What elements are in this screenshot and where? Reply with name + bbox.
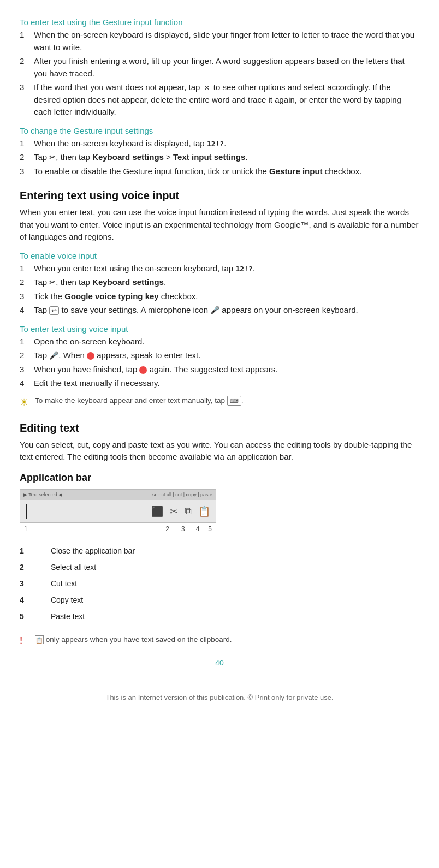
editing-description: You can select, cut, copy and paste text… xyxy=(20,439,419,463)
page-number: 40 xyxy=(20,658,419,667)
section-heading-editing: Editing text xyxy=(20,422,419,435)
list-item: 3When you have finished, tap again. The … xyxy=(20,364,419,376)
list-item: 1When the on-screen keyboard is displaye… xyxy=(20,29,419,53)
row-label: Select all text xyxy=(51,559,227,575)
app-bar-image: ▶ Text selected ◀ select all | cut | cop… xyxy=(20,489,216,523)
row-num: 2 xyxy=(20,559,51,575)
num-label-5: 5 xyxy=(208,525,212,533)
num-label-3: 3 xyxy=(181,525,185,533)
page-content: To enter text using the Gesture input fu… xyxy=(20,17,419,701)
subheading-gesture-function: To enter text using the Gesture input fu… xyxy=(20,17,419,27)
table-row: 3 Cut text xyxy=(20,575,227,592)
enable-voice-list: 1When you enter text using the on-screen… xyxy=(20,263,419,317)
list-item: 1When you enter text using the on-screen… xyxy=(20,263,419,275)
table-row: 1 Close the application bar xyxy=(20,543,227,559)
row-num: 3 xyxy=(20,575,51,592)
tip-text: To make the keyboard appear and enter te… xyxy=(35,395,243,406)
row-num: 5 xyxy=(20,608,51,625)
app-bar-top-row: ▶ Text selected ◀ select all | cut | cop… xyxy=(20,490,216,500)
num-label-1: 1 xyxy=(24,525,28,533)
row-num: 4 xyxy=(20,592,51,608)
paste-icon: 📋 xyxy=(198,506,210,518)
tip-icon: ☀ xyxy=(20,395,31,410)
bar-icons: ⬛ ✂ ⧉ 📋 xyxy=(151,506,210,518)
select-all-icon: ⬛ xyxy=(151,506,163,518)
enter-voice-list: 1Open the on-screen keyboard. 2Tap 🎤. Wh… xyxy=(20,336,419,390)
list-item: 3If the word that you want does not appe… xyxy=(20,81,419,118)
list-item: 2Tap ✂, then tap Keyboard settings > Tex… xyxy=(20,151,419,164)
table-row: 2 Select all text xyxy=(20,559,227,575)
number-labels-row: 1 2 3 4 5 xyxy=(20,524,216,534)
table-row: 4 Copy text xyxy=(20,592,227,608)
copy-icon: ⧉ xyxy=(185,506,192,517)
list-item: 1When the on-screen keyboard is displaye… xyxy=(20,138,419,150)
app-bar-table: 1 Close the application bar 2 Select all… xyxy=(20,543,227,625)
app-bar-bottom-row: ⬛ ✂ ⧉ 📋 xyxy=(20,500,216,523)
list-item: 4Tap ↩ to save your settings. A micropho… xyxy=(20,304,419,317)
list-item: 4Edit the text manually if necessary. xyxy=(20,377,419,390)
num-label-2: 2 xyxy=(165,525,169,533)
subheading-gesture-settings: To change the Gesture input settings xyxy=(20,126,419,135)
tip-keyboard: ☀ To make the keyboard appear and enter … xyxy=(20,395,419,410)
row-label: Copy text xyxy=(51,592,227,608)
list-item: 1Open the on-screen keyboard. xyxy=(20,336,419,348)
cursor-line xyxy=(26,504,27,519)
table-row: 5 Paste text xyxy=(20,608,227,625)
note-text: 📋 only appears when you have text saved … xyxy=(35,634,232,645)
app-bar-visual: ▶ Text selected ◀ select all | cut | cop… xyxy=(20,489,419,534)
row-num: 1 xyxy=(20,543,51,559)
note-icon: ! xyxy=(20,634,31,647)
list-item: 2Tap ✂, then tap Keyboard settings. xyxy=(20,276,419,289)
cut-icon: ✂ xyxy=(170,506,178,518)
page-footer: This is an Internet version of this publ… xyxy=(20,689,419,701)
list-item: 2Tap 🎤. When appears, speak to enter tex… xyxy=(20,349,419,362)
row-label: Close the application bar xyxy=(51,543,227,559)
subheading-enter-voice: To enter text using voice input xyxy=(20,324,419,334)
subsection-app-bar: Application bar xyxy=(20,472,419,484)
note-clipboard: ! 📋 only appears when you have text save… xyxy=(20,634,419,647)
gesture-settings-list: 1When the on-screen keyboard is displaye… xyxy=(20,138,419,178)
section-heading-voice-input: Entering text using voice input xyxy=(20,189,419,202)
subheading-enable-voice: To enable voice input xyxy=(20,251,419,260)
voice-input-description: When you enter text, you can use the voi… xyxy=(20,206,419,243)
row-label: Paste text xyxy=(51,608,227,625)
list-item: 3Tick the Google voice typing key checkb… xyxy=(20,290,419,303)
list-item: 2After you finish entering a word, lift … xyxy=(20,55,419,80)
num-label-4: 4 xyxy=(196,525,200,533)
row-label: Cut text xyxy=(51,575,227,592)
gesture-function-list: 1When the on-screen keyboard is displaye… xyxy=(20,29,419,118)
list-item: 3To enable or disable the Gesture input … xyxy=(20,165,419,178)
